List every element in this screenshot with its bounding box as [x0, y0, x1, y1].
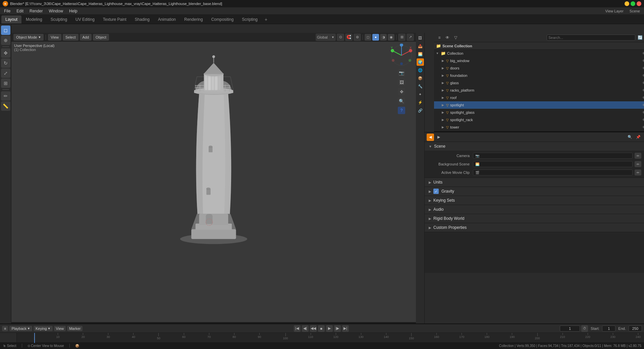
outliner-item-doors[interactable]: ▶ ▽ doors 👁 ◼	[434, 64, 644, 72]
camera-value[interactable]: 📷	[473, 153, 633, 159]
select-menu[interactable]: Select	[63, 34, 78, 41]
add-menu[interactable]: Add	[80, 34, 92, 41]
big-window-eye[interactable]: 👁	[642, 59, 644, 63]
outliner-item-spotlight-rack[interactable]: ▶ ▽ spotlight_rack 👁 ◼	[434, 116, 644, 123]
tool-rotate[interactable]: ↻	[1, 58, 10, 68]
solid-btn active[interactable]: ●	[372, 34, 379, 41]
outliner-item-tower[interactable]: ▶ ▽ tower 👁 ◼	[434, 123, 644, 131]
menu-window[interactable]: Window	[46, 8, 66, 14]
pan-btn[interactable]: ✥	[398, 88, 405, 95]
menu-edit[interactable]: Edit	[14, 8, 26, 14]
prop-tab-output[interactable]: 📤	[417, 42, 424, 50]
outliner-filter-btn[interactable]: ▽	[452, 34, 459, 41]
outliner-item-roof[interactable]: ▶ ▽ roof 👁 ◼	[434, 94, 644, 101]
rigid-body-world-header[interactable]: ▶ Rigid Body World	[425, 214, 644, 223]
tool-move[interactable]: ✥	[1, 48, 10, 58]
object-mode-dropdown[interactable]: Object Mode ▼	[13, 34, 44, 41]
tab-layout[interactable]: Layout	[1, 15, 21, 23]
keying-sets-section-header[interactable]: ▶ Keying Sets	[425, 196, 644, 205]
active-movie-clip-value[interactable]: 🎬	[473, 169, 633, 176]
units-section-header[interactable]: ▶ Units	[425, 178, 644, 187]
tab-compositing[interactable]: Compositing	[207, 15, 238, 23]
expand-spotlight-glass[interactable]: ▶	[441, 110, 445, 114]
tab-sculpting[interactable]: Sculpting	[47, 15, 71, 23]
snapping-btn[interactable]: 🧲	[345, 34, 353, 41]
prop-tab-scene[interactable]: 🌍	[417, 58, 424, 66]
jump-to-start-btn[interactable]: |◀	[294, 325, 301, 332]
tab-texture-paint[interactable]: Texture Paint	[99, 15, 130, 23]
tool-scale[interactable]: ⤢	[1, 68, 10, 78]
menu-render[interactable]: Render	[27, 8, 45, 14]
proportional-btn[interactable]: ⊚	[354, 34, 361, 41]
expand-roof[interactable]: ▶	[441, 96, 445, 100]
material-btn[interactable]: ◑	[380, 34, 387, 41]
prop-tab-world[interactable]: 🌐	[417, 66, 424, 74]
audio-section-header[interactable]: ▶ Audio	[425, 205, 644, 214]
maximize-button[interactable]	[631, 1, 635, 6]
prop-tab-view-layer[interactable]: 🌅	[417, 50, 424, 58]
transform-pivot-btn[interactable]: ⊙	[337, 34, 344, 41]
glass-eye[interactable]: 👁	[642, 81, 644, 85]
view-menu[interactable]: View	[48, 34, 61, 41]
expand-foundation[interactable]: ▶	[441, 73, 445, 78]
render-view-btn[interactable]: 🖼	[398, 79, 405, 86]
prop-nav-forward[interactable]: ▶	[435, 134, 442, 141]
menu-file[interactable]: File	[1, 8, 13, 14]
expand-doors[interactable]: ▶	[441, 66, 445, 70]
expand-big-window[interactable]: ▶	[441, 59, 445, 63]
scene-section-header[interactable]: ▼ Scene	[425, 142, 644, 151]
tab-scripting[interactable]: Scripting	[238, 15, 262, 23]
gizmos-btn[interactable]: ↗	[407, 34, 414, 41]
outliner-view-btn[interactable]: 👁	[444, 34, 451, 41]
outliner-item-racks-platform[interactable]: ▶ ▽ racks_platform 👁 ◼	[434, 87, 644, 94]
racks-eye[interactable]: 👁	[642, 88, 644, 92]
spotlight-eye[interactable]: 👁	[642, 103, 644, 107]
timeline-playhead[interactable]	[34, 333, 35, 343]
tower-eye[interactable]: 👁	[642, 125, 644, 129]
outliner-item-window[interactable]: ▶ ▽ window 👁 ◼	[434, 131, 644, 131]
outliner-menu-btn[interactable]: ≡	[436, 34, 443, 41]
question-btn[interactable]: ?	[398, 107, 405, 114]
expand-spotlight[interactable]: ▶	[441, 103, 445, 107]
outliner-item-spotlight[interactable]: ▶ ▽ spotlight 👁 ◼	[434, 101, 644, 109]
axis-gizmo[interactable]: X Y Z	[390, 44, 413, 67]
gravity-checkbox[interactable]: ✓	[433, 189, 439, 194]
zoom-btn[interactable]: 🔍	[398, 97, 405, 105]
doors-eye[interactable]: 👁	[642, 66, 644, 70]
outliner-sync-btn[interactable]: 🔄	[637, 34, 643, 41]
object-menu[interactable]: Object	[93, 34, 109, 41]
prop-tab-modifier[interactable]: 🔧	[417, 83, 424, 90]
roof-eye[interactable]: 👁	[642, 96, 644, 100]
expand-spotlight-rack[interactable]: ▶	[441, 118, 445, 122]
expand-tower[interactable]: ▶	[441, 125, 445, 129]
custom-properties-header[interactable]: ▶ Custom Properties	[425, 223, 644, 232]
play-reverse-btn[interactable]: ◀◀	[310, 325, 317, 332]
tab-modeling[interactable]: Modeling	[22, 15, 46, 23]
next-keyframe-btn[interactable]: |▶	[334, 325, 341, 332]
playback-dropdown[interactable]: Playback ▼	[9, 326, 32, 331]
overlays-btn[interactable]: ⊞	[398, 34, 406, 41]
prop-search-btn[interactable]: 🔍	[626, 134, 634, 141]
tool-cursor[interactable]: ⊕	[1, 36, 10, 45]
tool-transform[interactable]: ⊞	[1, 79, 10, 88]
timeline-menu-btn[interactable]: ≡	[2, 326, 8, 331]
outliner-item-foundation[interactable]: ▶ ▽ foundation 👁 ◼	[434, 72, 644, 79]
outliner-item-glass[interactable]: ▶ ▽ glass 👁 ◼	[434, 79, 644, 87]
prop-tab-particles[interactable]: ✦	[417, 91, 424, 98]
timeline-ruler[interactable]: 1102030405060708090100110120130140150160…	[34, 333, 644, 343]
rendered-btn[interactable]: ◉	[388, 34, 394, 41]
camera-edit-btn[interactable]: ✏	[635, 153, 641, 159]
foundation-eye[interactable]: 👁	[642, 73, 644, 78]
add-workspace-button[interactable]: +	[262, 15, 270, 23]
prev-keyframe-btn[interactable]: ◀|	[302, 325, 309, 332]
spotlight-glass-eye[interactable]: 👁	[642, 110, 644, 114]
outliner-search[interactable]	[547, 35, 635, 41]
marker-dropdown[interactable]: Marker	[67, 326, 83, 331]
expand-collection[interactable]: ▼	[435, 51, 439, 55]
outliner-item-big-window[interactable]: ▶ ▽ big_window 👁 ◼	[434, 57, 644, 64]
current-frame-display[interactable]: 1	[560, 326, 580, 332]
expand-glass[interactable]: ▶	[441, 81, 445, 85]
collection-eye[interactable]: 👁	[642, 51, 644, 55]
background-scene-value[interactable]: 🌅	[473, 161, 633, 167]
prop-tab-physics[interactable]: ⚡	[417, 99, 424, 106]
